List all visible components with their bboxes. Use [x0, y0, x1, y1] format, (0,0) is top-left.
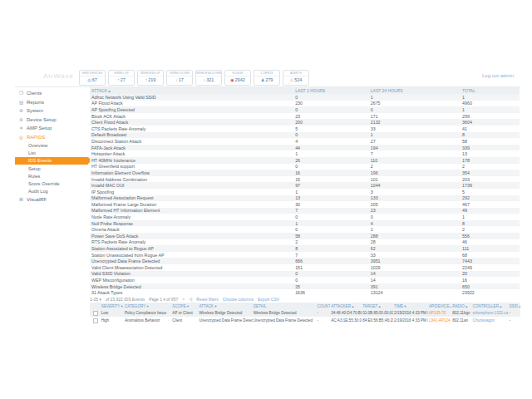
attack-count: 1 [293, 221, 369, 226]
status-badge[interactable]: ALERTS⚠524 [283, 70, 309, 86]
attack-count: 339 [461, 145, 520, 150]
attack-count: 7 [369, 151, 461, 156]
attack-count: 1029 [369, 265, 461, 270]
events-col-header[interactable]: Severity ▾ [101, 304, 124, 308]
page-number-select[interactable]: Page 1 ▾ of 957 [149, 297, 178, 302]
attack-count: 0 [293, 278, 369, 283]
logout-link[interactable]: Log out admin [482, 73, 514, 78]
airwave-logo: AirWave [43, 72, 74, 80]
summary-col-header[interactable]: Last 2 Hours [293, 88, 369, 93]
events-col-header[interactable]: Count [317, 304, 331, 308]
row-checkbox[interactable] [93, 318, 98, 323]
sidebar-item-label: Overview [28, 143, 47, 148]
attack-count: 16 [293, 170, 369, 175]
events-col-header[interactable]: Scope ▾ [171, 304, 198, 308]
attack-count: 230 [293, 101, 369, 106]
attack-count: 0 [293, 95, 369, 100]
events-col-header[interactable]: AP/Device ▴ [428, 304, 451, 308]
events-col-header[interactable]: SSID ▴ [508, 304, 520, 308]
sidebar-item-label: VisualRF [27, 197, 47, 202]
summary-col-header[interactable]: Last 24 Hours [369, 88, 461, 93]
status-badge[interactable]: WIRED UP↑27 [108, 70, 135, 86]
status-badge[interactable]: WIRED DOWN↓17 [166, 70, 193, 86]
attack-count: 0 [369, 107, 461, 112]
attack-count: 1 [369, 132, 461, 137]
page-range-select[interactable]: 1-25 ▾ [90, 297, 101, 302]
sidebar-item-ids-events[interactable]: IDS Events [15, 157, 88, 165]
choose-columns-link[interactable]: Choose columns [223, 297, 254, 302]
system-icon: ⚙ [18, 108, 24, 113]
sidebar-item-rules[interactable]: Rules [15, 172, 88, 180]
sidebar-item-device-setup[interactable]: ⊚Device Setup [15, 116, 88, 125]
export-csv-link[interactable]: Export CSV [258, 297, 279, 302]
attack-name: Hotspotter Attack [90, 151, 293, 156]
attack-name: Unencrypted Data Frame Detected [90, 259, 293, 264]
status-badge[interactable]: CLIENTS♟279 [254, 70, 280, 86]
badge-value: 219 [148, 76, 155, 84]
sidebar-item-reports[interactable]: ▤Reports [15, 98, 88, 107]
attack-count: 8 [461, 132, 520, 137]
events-col-header[interactable]: Target ▴ [362, 304, 393, 308]
sidebar-item-amp-setup[interactable]: ✦AMP Setup [15, 124, 88, 133]
status-badge[interactable]: ROGUE◉2942 [224, 70, 251, 86]
wired-down-icon: ↓ [175, 76, 178, 84]
status-badge[interactable]: NEW DEVICES◎67 [79, 70, 106, 86]
reset-filters-link[interactable]: Reset filters [196, 297, 218, 302]
attack-count: 292 [461, 195, 520, 200]
event-controller-cell[interactable]: Chuckwagon [472, 318, 509, 323]
last-page-button[interactable]: >| [189, 297, 192, 302]
sidebar-item-audit-log[interactable]: Audit Log [15, 188, 88, 195]
sidebar-item-setup[interactable]: Setup [15, 165, 88, 172]
next-page-button[interactable]: > [182, 297, 185, 302]
sidebar-item-label: Score Override [28, 181, 60, 186]
events-col-header[interactable]: Attacker ▴ [330, 304, 362, 308]
events-table-body: LowPolicy Compliance IssueAP or ClientWi… [90, 309, 520, 324]
attack-name: FATA-Jack Attack [90, 145, 293, 150]
summary-col-header[interactable]: Total [461, 88, 520, 93]
sidebar-item-visualrf[interactable]: ⌘VisualRF [15, 195, 88, 204]
summary-table-row: IP Spoofing135 [90, 189, 520, 195]
events-col-header[interactable]: Attack ▾ [199, 304, 253, 308]
sidebar-item-score-override[interactable]: Score Override [15, 180, 88, 187]
summary-table-row: Malformed HT Information Element72349 [90, 208, 520, 214]
summary-table-row: Hotspotter Attack1713 [90, 150, 520, 157]
attack-count: 20 [461, 271, 520, 276]
attack-name: Station Associated to Rogue AP [90, 246, 293, 251]
attack-count: 44 [293, 145, 369, 150]
attack-count: 27 [369, 139, 461, 144]
event-controller-cell[interactable]: ethersphere-1322-cantina [472, 311, 509, 315]
sidebar-item-list[interactable]: List [15, 149, 88, 156]
events-col-header[interactable]: Controller ▴ [472, 304, 509, 308]
attack-name: Wireless Bridge Detected [90, 284, 293, 289]
sidebar-item-rapids[interactable]: ◎RAPIDS [15, 133, 88, 142]
events-col-header[interactable]: Radio ▴ [451, 304, 471, 308]
attack-count: 33 [369, 253, 461, 258]
events-col-header[interactable]: Detail [253, 304, 317, 308]
summary-table-row: Valid SSID Violation01420 [90, 271, 520, 278]
sidebar-item-clients[interactable]: ❐Clients [15, 89, 88, 98]
events-col-header[interactable]: Category ▾ [124, 304, 171, 308]
summary-table-row: Wireless Bridge Detected25391650 [90, 283, 520, 290]
badge-value: 27 [121, 76, 126, 84]
badge-value: 2942 [235, 76, 245, 84]
row-checkbox[interactable] [93, 311, 98, 316]
attack-name: Invalid Address Combination [90, 177, 293, 182]
status-badge[interactable]: WIRELESS UP↑219 [137, 70, 164, 86]
sidebar-item-system[interactable]: ⚙System [15, 106, 88, 116]
summary-table-row: RTS Packets Rate Anomaly22846 [90, 239, 520, 246]
events-col-header[interactable]: Time ▾ [393, 304, 428, 308]
status-badge[interactable]: WIRELESS DOWN↓321 [195, 70, 222, 86]
attack-count: 13 [293, 195, 369, 200]
event-ssid-cell: - [508, 318, 520, 323]
event-attack-cell: Wireless Bridge Detected [199, 311, 253, 315]
attack-count: 46 [461, 239, 520, 244]
attack-count: 23 [369, 208, 461, 213]
attack-count: 3 [369, 190, 461, 195]
sidebar-item-overview[interactable]: Overview [15, 141, 88, 149]
badge-value-row: ↓321 [204, 76, 214, 84]
event-ap-cell[interactable]: 1341-AP124 [428, 318, 451, 323]
summary-col-header[interactable]: Attack ▴ [90, 88, 293, 93]
attack-name: AP Spoofing Detected [90, 107, 293, 112]
event-ap-cell[interactable]: AP105-70 [428, 311, 451, 315]
event-category-cell: Policy Compliance Issue [124, 311, 171, 315]
